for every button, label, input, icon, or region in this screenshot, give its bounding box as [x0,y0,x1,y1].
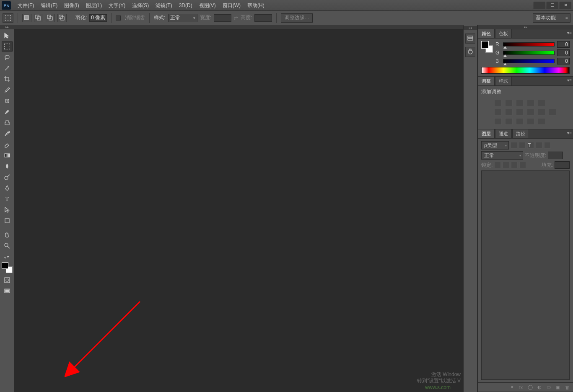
maximize-button[interactable]: ☐ [547,2,558,9]
tool-zoom[interactable] [2,241,13,251]
tab-styles[interactable]: 样式 [495,76,512,85]
adj-vibrance-icon[interactable] [538,100,545,106]
menu-view[interactable]: 视图(V) [196,0,219,11]
tab-paths[interactable]: 路径 [512,129,529,138]
minimize-button[interactable]: — [534,2,545,9]
menu-layer[interactable]: 图层(L) [83,0,106,11]
link-layers-icon[interactable]: ⚭ [508,384,515,390]
color-panel-menu-icon[interactable]: ▾≡ [567,31,572,35]
tool-lasso[interactable] [2,52,13,62]
adj-lut-icon[interactable] [549,109,556,116]
adj-selective-color-icon[interactable] [538,118,545,125]
filter-pixel-icon[interactable] [511,142,517,149]
menu-image[interactable]: 图像(I) [61,0,82,11]
tool-brush[interactable] [2,107,13,117]
selection-subtract-icon[interactable] [46,14,55,22]
adj-threshold-icon[interactable] [516,118,524,125]
tool-path-select[interactable] [2,205,13,215]
tool-healing[interactable] [2,96,13,106]
adj-bw-icon[interactable] [516,109,524,116]
tool-marquee[interactable] [2,41,13,52]
close-button[interactable]: ✕ [560,2,571,9]
tool-history-brush[interactable] [2,129,13,139]
canvas-area[interactable]: 激活 Window 转到"设置"以激活 V www.s.com [14,25,463,392]
lock-trans-icon[interactable] [494,162,501,168]
adj-photo-filter-icon[interactable] [527,109,534,116]
tool-pen[interactable] [2,183,13,193]
feather-input[interactable] [89,14,107,22]
lock-all-icon[interactable] [519,162,526,168]
tool-move[interactable] [2,31,13,41]
layer-filter-kind[interactable]: ρ 类型 [481,141,509,150]
panel-color-swatches[interactable] [481,41,493,53]
layer-fx-icon[interactable]: fx [518,384,524,390]
tab-adjustments[interactable]: 调整 [478,76,495,85]
tool-preset-picker[interactable] [3,13,13,23]
layer-list[interactable] [481,170,570,380]
tool-magic-wand[interactable] [2,63,13,73]
menu-help[interactable]: 帮助(H) [244,0,268,11]
filter-shape-icon[interactable] [536,142,542,149]
dock-properties-icon[interactable] [465,47,475,57]
tab-swatches[interactable]: 色板 [495,29,512,38]
g-value[interactable]: 0 [557,49,570,56]
tool-eraser[interactable] [2,139,13,150]
adj-brightness-icon[interactable] [494,100,502,106]
tool-crop[interactable] [2,74,13,84]
adj-invert-icon[interactable] [494,118,502,125]
adj-exposure-icon[interactable] [527,100,534,106]
dock-history-icon[interactable] [465,34,475,44]
tool-shape[interactable] [2,216,13,226]
layer-mask-icon[interactable]: ◯ [527,384,534,390]
menu-type[interactable]: 文字(Y) [105,0,129,11]
layers-panel-menu-icon[interactable]: ▾≡ [567,131,572,135]
filter-adjust-icon[interactable] [519,142,526,149]
foreground-color[interactable] [2,262,8,269]
b-value[interactable]: 0 [557,58,570,64]
blend-mode-select[interactable]: 正常 [481,151,523,160]
selection-add-icon[interactable] [34,14,43,22]
b-slider[interactable] [503,59,555,63]
lock-paint-icon[interactable] [503,162,509,168]
menu-edit[interactable]: 编辑(E) [37,0,61,11]
new-layer-icon[interactable]: ▣ [555,384,561,390]
tool-dodge[interactable] [2,172,13,182]
tool-hand[interactable] [2,230,13,240]
filter-smart-icon[interactable] [544,142,551,149]
quickmask-icon[interactable] [2,275,13,285]
menu-filter[interactable]: 滤镜(T) [152,0,175,11]
tool-blur[interactable] [2,161,13,171]
tab-color[interactable]: 颜色 [478,29,495,38]
filter-type-icon[interactable]: T [527,142,534,149]
opacity-field[interactable] [548,152,563,159]
tab-layers[interactable]: 图层 [478,129,495,138]
r-value[interactable]: 0 [557,41,570,48]
adj-curves-icon[interactable] [516,100,524,106]
menu-file[interactable]: 文件(F) [14,0,37,11]
lock-pos-icon[interactable] [511,162,518,168]
screen-mode-icon[interactable] [2,286,13,296]
new-group-icon[interactable]: ▭ [545,384,552,390]
color-spectrum[interactable] [481,67,570,74]
tool-type[interactable]: T [2,194,13,204]
tool-gradient[interactable] [2,150,13,160]
adj-colorbalance-icon[interactable] [505,109,513,116]
adj-channel-mixer-icon[interactable] [538,109,545,116]
adj-hue2-icon[interactable] [494,109,502,116]
swap-colors-icon[interactable] [2,255,13,260]
menu-window[interactable]: 窗口(W) [219,0,244,11]
workspace-switcher[interactable]: 基本功能 [533,13,570,23]
g-slider[interactable] [503,51,555,55]
menu-3d[interactable]: 3D(D) [176,0,196,11]
tab-channels[interactable]: 通道 [495,129,512,138]
fill-field[interactable] [555,161,570,169]
adj-posterize-icon[interactable] [505,118,513,125]
tool-clone[interactable] [2,118,13,128]
menu-select[interactable]: 选择(S) [129,0,152,11]
r-slider[interactable] [503,42,555,46]
adj-levels-icon[interactable] [505,100,513,106]
adjust-panel-menu-icon[interactable]: ▾≡ [567,78,572,83]
tool-eyedropper[interactable] [2,85,13,95]
new-adjust-layer-icon[interactable]: ◐ [536,384,543,390]
selection-new-icon[interactable] [22,14,31,22]
